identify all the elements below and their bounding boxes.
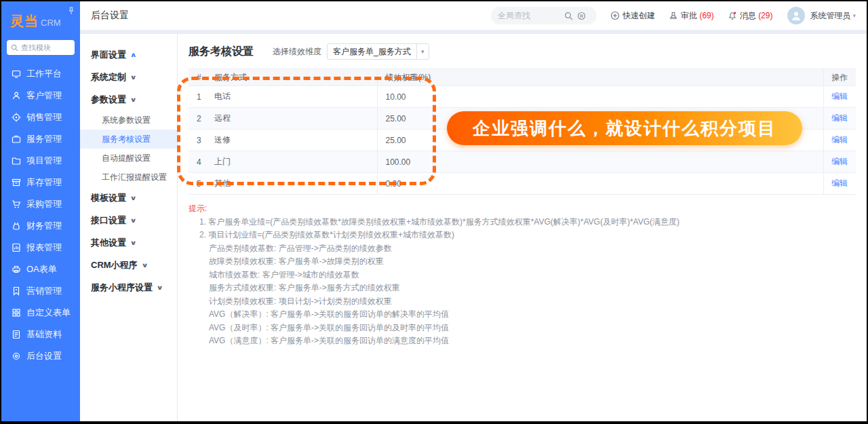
col-header-index: # <box>189 69 206 86</box>
row-index: 1 <box>189 86 206 108</box>
sidebar-item-report[interactable]: 报表管理 <box>1 237 80 258</box>
edit-button[interactable]: 编辑 <box>831 178 848 188</box>
sidebar-item-oa-form[interactable]: OA表单 <box>1 258 80 280</box>
edit-button[interactable]: 编辑 <box>831 113 848 123</box>
nav-item-work-report-reminder[interactable]: 工作汇报提醒设置 <box>80 168 177 187</box>
approval-button[interactable]: 审批 (69) <box>669 10 714 22</box>
nav-group-other[interactable]: 其他设置∨ <box>80 231 177 254</box>
content-header: 服务考核设置 选择绩效维度 客户服务单_服务方式 ▾ <box>189 43 856 60</box>
search-icon[interactable] <box>564 12 573 20</box>
sidebar-item-inventory[interactable]: 库存管理 <box>1 172 80 193</box>
row-index: 2 <box>189 108 206 130</box>
quick-create-label: 快速创建 <box>623 10 655 22</box>
table-header-row: # 服务方式 绩效权重(%) 操作 <box>189 69 856 86</box>
brand-logo-cn: 灵当 <box>10 14 39 28</box>
nav-group-interface[interactable]: 界面设置∧ <box>80 43 177 66</box>
nav-group-label: 界面设置 <box>91 49 126 61</box>
dimension-select-value: 客户服务单_服务方式 <box>328 46 416 58</box>
search-settings-icon[interactable] <box>577 12 586 20</box>
row-index: 4 <box>189 151 206 173</box>
row-method: 送修 <box>206 130 377 151</box>
row-method: 电话 <box>206 86 377 108</box>
row-weight: 10.00 <box>377 86 823 108</box>
sidebar-item-label: 工作平台 <box>26 68 62 80</box>
global-search-input[interactable] <box>498 11 560 20</box>
nav-item-service-assessment[interactable]: 服务考核设置 <box>80 130 177 149</box>
quick-create-button[interactable]: 快速创建 <box>610 10 655 22</box>
gear-icon <box>11 351 21 362</box>
module-search-box[interactable] <box>7 40 75 55</box>
hint-section: 提示: 1. 客户服务单业绩=(产品类别绩效基数*故障类别绩效权重+城市绩效基数… <box>189 202 856 348</box>
sidebar-item-finance[interactable]: 财务管理 <box>1 215 80 237</box>
hint-line: 计划类别绩效权重: 项目计划->计划类别的绩效权重 <box>209 295 856 309</box>
nav-group-label: 服务小程序设置 <box>91 282 153 294</box>
sidebar-item-customer[interactable]: 客户管理 <box>1 85 80 107</box>
chart-doc-icon <box>11 243 21 253</box>
message-button[interactable]: 消息 (29) <box>728 10 773 22</box>
module-search-input[interactable] <box>21 43 71 52</box>
chevron-down-icon: ∨ <box>130 195 137 201</box>
sidebar-item-label: 销售管理 <box>26 111 62 123</box>
sidebar-menu: 工作平台 客户管理 销售管理 服务管理 项目管理 库存管理 <box>1 63 80 367</box>
sidebar-item-base-data[interactable]: 基础资料 <box>1 324 80 345</box>
user-avatar[interactable] <box>787 7 805 24</box>
user-name[interactable]: 系统管理员 <box>810 10 850 22</box>
nav-group-crm-miniapp[interactable]: CRM小程序∨ <box>80 254 177 276</box>
annotation-banner: 企业强调什么，就设计什么积分项目 <box>447 111 802 145</box>
avatar-person-icon <box>790 9 802 22</box>
topbar: 后台设置 快速创建 审批 (69) 消息 (29) 系统管理 <box>80 1 867 30</box>
global-search-box[interactable] <box>491 7 597 24</box>
nav-item-system-params[interactable]: 系统参数设置 <box>80 111 177 130</box>
nav-group-template[interactable]: 模板设置∨ <box>80 187 177 209</box>
nav-group-label: 系统定制 <box>91 71 126 83</box>
hint-line: AVG（满意度）: 客户服务单->关联的服务回访单的满意度的平均值 <box>209 334 856 348</box>
row-method: 上门 <box>206 151 377 173</box>
hint-line: AVG（解决率）: 客户服务单->关联的服务回访单的解决率的平均值 <box>209 308 856 322</box>
hint-title: 提示: <box>189 202 856 216</box>
nav-group-label: 参数设置 <box>91 94 126 106</box>
hint-line: 2. 项目计划业绩=(产品类别绩效基数*计划类别绩效权重+城市绩效基数) <box>199 229 856 242</box>
right-area: 后台设置 快速创建 审批 (69) 消息 (29) 系统管理 <box>80 1 867 421</box>
sidebar-item-backend-settings[interactable]: 后台设置 <box>1 345 80 367</box>
hint-line: 1. 客户服务单业绩=(产品类别绩效基数*故障类别绩效权重+城市绩效基数)*服务… <box>199 216 856 229</box>
nav-item-auto-reminder[interactable]: 自动提醒设置 <box>80 149 177 168</box>
row-weight: 0.00 <box>377 173 823 195</box>
edit-button[interactable]: 编辑 <box>831 135 848 144</box>
sidebar-item-label: 财务管理 <box>26 220 62 232</box>
edit-button[interactable]: 编辑 <box>831 157 848 166</box>
sidebar-item-service[interactable]: 服务管理 <box>1 128 80 150</box>
pin-icon[interactable] <box>67 5 75 18</box>
dimension-select[interactable]: 客户服务单_服务方式 ▾ <box>327 43 429 60</box>
printer-icon <box>11 265 21 275</box>
sidebar-item-sales[interactable]: 销售管理 <box>1 107 80 128</box>
sidebar-item-project[interactable]: 项目管理 <box>1 150 80 172</box>
screenshot-frame: 灵当CRM 工作平台 客户管理 销售管理 服务管理 <box>0 0 868 424</box>
chevron-down-icon: ∨ <box>157 284 163 291</box>
edit-button[interactable]: 编辑 <box>831 92 848 101</box>
hint-line: 产品类别绩效基数: 产品管理->产品类别的绩效参数 <box>209 242 856 256</box>
sidebar-item-workbench[interactable]: 工作平台 <box>1 63 80 85</box>
grid-icon <box>11 308 21 318</box>
sidebar-item-purchase[interactable]: 采购管理 <box>1 193 80 215</box>
nav-group-parameters[interactable]: 参数设置∨ <box>80 88 177 111</box>
sidebar-item-label: 后台设置 <box>26 350 62 362</box>
target-icon <box>11 113 21 123</box>
chevron-down-icon: ∨ <box>130 239 137 246</box>
nav-item-label: 系统参数设置 <box>102 115 151 126</box>
table-row: 5 其他 0.00 编辑 <box>189 173 856 195</box>
sidebar-item-label: 服务管理 <box>26 133 62 145</box>
nav-group-service-miniapp[interactable]: 服务小程序设置∨ <box>80 276 177 298</box>
app-window: 灵当CRM 工作平台 客户管理 销售管理 服务管理 <box>1 1 867 421</box>
table-row: 1 电话 10.00 编辑 <box>189 86 856 108</box>
col-header-method: 服务方式 <box>206 69 377 86</box>
sidebar-item-label: 基础资料 <box>26 328 62 341</box>
sidebar-item-label: 项目管理 <box>26 155 62 167</box>
cart-icon <box>11 199 21 210</box>
money-bag-icon <box>11 221 21 231</box>
stamp-icon <box>669 11 678 20</box>
nav-group-interface-api[interactable]: 接口设置∨ <box>80 209 177 231</box>
sidebar-item-marketing[interactable]: 营销管理 <box>1 280 80 302</box>
nav-group-system-custom[interactable]: 系统定制∨ <box>80 66 177 88</box>
chevron-down-icon: ∨ <box>141 262 148 269</box>
sidebar-item-custom-form[interactable]: 自定义表单 <box>1 302 80 324</box>
